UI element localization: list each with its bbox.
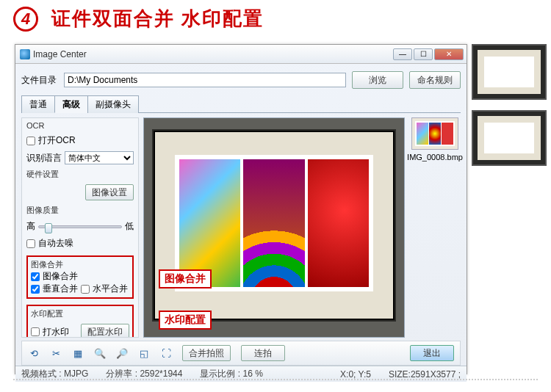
preview-panel-pencils — [179, 159, 240, 287]
merge-capture-button[interactable]: 合并拍照 — [182, 345, 231, 361]
quality-group: 图像质量 — [26, 205, 134, 216]
tool-icon-2[interactable]: ✂ — [50, 347, 62, 359]
divider — [13, 379, 538, 380]
merge-group-title: 图像合并 — [31, 259, 129, 270]
tab-basic[interactable]: 普通 — [21, 95, 55, 113]
lang-label: 识别语言 — [26, 152, 62, 164]
minimize-button[interactable]: — — [393, 48, 412, 60]
app-icon — [20, 49, 30, 59]
tab-bar: 普通 高级 副摄像头 — [21, 95, 461, 113]
preview-frame — [152, 129, 397, 322]
callout-merge: 图像合并 — [159, 269, 212, 288]
status-xy: X:0; Y:5 — [340, 369, 371, 380]
thumbnail-list: IMG_0008.bmp — [409, 117, 461, 338]
auto-despeckle-label: 自动去噪 — [38, 237, 73, 250]
toolbar: ⟲ ✂ ▦ 🔍 🔎 ◱ ⛶ 合并拍照 连拍 退出 — [21, 341, 461, 366]
merge-enable-label: 图像合并 — [43, 270, 78, 283]
exit-button[interactable]: 退出 — [410, 345, 454, 361]
browse-button[interactable]: 浏览 — [352, 71, 403, 89]
window-title: Image Center — [33, 49, 393, 59]
watermark-enable-checkbox[interactable]: 打水印 — [31, 326, 69, 338]
file-dir-input[interactable]: D:\My Documents — [64, 73, 346, 87]
open-ocr-label: 打开OCR — [38, 134, 76, 147]
watermark-group-title: 水印配置 — [31, 308, 129, 319]
hw-group: 硬件设置 — [26, 169, 134, 180]
status-size: SIZE:2591X3577 ; — [389, 369, 461, 380]
zoom-out-icon[interactable]: 🔍 — [94, 347, 106, 359]
file-dir-label: 文件目录 — [21, 74, 58, 87]
preview-panel-fan — [243, 159, 304, 287]
fit-icon[interactable]: ◱ — [138, 347, 150, 359]
quality-low-label: 低 — [125, 220, 134, 233]
camera-thumbs — [472, 44, 547, 166]
actual-size-icon[interactable]: ⛶ — [160, 347, 172, 359]
tool-icon-3[interactable]: ▦ — [72, 347, 84, 359]
auto-despeckle-checkbox[interactable]: 自动去噪 — [26, 237, 134, 250]
page-title: 证件双面合并 水印配置 — [51, 6, 264, 32]
maximize-button[interactable]: ☐ — [414, 48, 433, 60]
tab-subcamera[interactable]: 副摄像头 — [87, 95, 139, 113]
naming-rule-button[interactable]: 命名规则 — [409, 71, 461, 89]
camera-thumb-2 — [472, 110, 547, 166]
ocr-group: OCR — [26, 121, 134, 130]
merge-h-label: 水平合并 — [93, 283, 128, 295]
watermark-config-button[interactable]: 配置水印 — [81, 324, 129, 338]
tool-icon-1[interactable]: ⟲ — [28, 347, 40, 359]
merge-horizontal-checkbox[interactable]: 水平合并 — [81, 283, 128, 295]
thumbnail-filename: IMG_0008.bmp — [407, 153, 463, 161]
camera-thumb-1 — [472, 44, 547, 100]
watermark-enable-label: 打水印 — [43, 326, 69, 338]
tab-advanced[interactable]: 高级 — [54, 95, 88, 113]
watermark-group-box: 水印配置 打水印 配置水印 — [26, 305, 134, 338]
lang-select[interactable]: 简体中文 — [65, 151, 134, 164]
zoom-in-icon[interactable]: 🔎 — [116, 347, 128, 359]
thumbnail-item[interactable] — [411, 117, 458, 150]
titlebar[interactable]: Image Center — ☐ ✕ — [15, 45, 467, 64]
merge-group-box: 图像合并 图像合并 垂直合并 水平合并 — [26, 255, 134, 299]
open-ocr-checkbox[interactable]: 打开OCR — [26, 134, 134, 147]
image-settings-button[interactable]: 图像设置 — [85, 184, 134, 200]
step-number-badge: 4 — [13, 7, 38, 32]
close-button[interactable]: ✕ — [434, 48, 464, 60]
burst-button[interactable]: 连拍 — [241, 345, 285, 361]
preview-area[interactable] — [143, 117, 405, 338]
app-window: Image Center — ☐ ✕ 文件目录 D:\My Documents … — [15, 44, 467, 374]
quality-high-label: 高 — [26, 220, 35, 233]
settings-panel: OCR 打开OCR 识别语言 简体中文 硬件设置 图像设置 图像质量 高 低 自… — [21, 117, 139, 338]
callout-watermark: 水印配置 — [159, 311, 212, 330]
merge-v-label: 垂直合并 — [43, 283, 78, 295]
preview-panel-strawberry — [308, 159, 369, 287]
merge-vertical-checkbox[interactable]: 垂直合并 — [31, 283, 78, 295]
quality-slider[interactable] — [38, 225, 122, 228]
merge-enable-checkbox[interactable]: 图像合并 — [31, 270, 129, 283]
